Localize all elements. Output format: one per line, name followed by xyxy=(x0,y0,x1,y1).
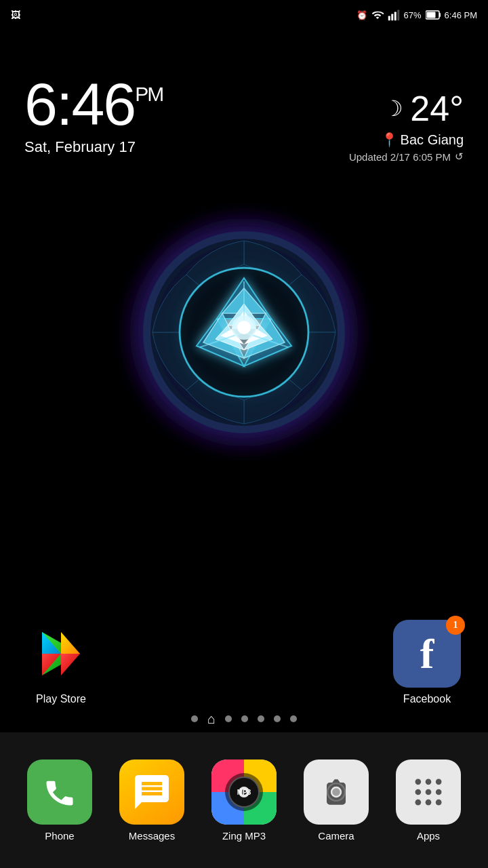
status-bar: 🖼 ⏰ 67% 6:46 PM xyxy=(0,0,488,30)
playstore-label: Play Store xyxy=(36,693,86,705)
facebook-badge: 1 xyxy=(446,616,465,635)
clock-time: 6:46PM xyxy=(24,75,163,134)
wifi-icon xyxy=(371,9,384,21)
playstore-icon[interactable] xyxy=(27,620,95,688)
dock-item-phone[interactable]: Phone xyxy=(27,760,92,842)
svg-point-44 xyxy=(415,778,422,785)
battery-text: 67% xyxy=(404,10,422,20)
messages-label: Messages xyxy=(129,830,175,842)
camera-label: Camera xyxy=(318,830,354,842)
clock-widget: 6:46PM Sat, February 17 xyxy=(24,75,163,156)
svg-point-43 xyxy=(332,788,340,796)
page-dot-home: ⌂ xyxy=(207,712,216,726)
svg-point-50 xyxy=(415,799,422,805)
svg-point-46 xyxy=(436,778,442,785)
apps-icon[interactable] xyxy=(396,760,461,825)
camera-icon[interactable] xyxy=(304,760,369,825)
home-app-playstore[interactable]: Play Store xyxy=(27,620,95,705)
svg-rect-26 xyxy=(397,10,399,21)
phone-label: Phone xyxy=(45,830,74,842)
facebook-label: Facebook xyxy=(403,693,451,705)
messages-icon[interactable] xyxy=(119,760,184,825)
svg-rect-24 xyxy=(391,14,393,21)
svg-text:MP3: MP3 xyxy=(237,789,251,796)
weather-widget: ☽ 24° 📍 Bac Giang Updated 2/17 6:05 PM ↺ xyxy=(349,88,464,163)
alarm-icon: ⏰ xyxy=(357,10,367,20)
weather-updated: Updated 2/17 6:05 PM ↺ xyxy=(349,151,464,163)
refresh-icon: ↺ xyxy=(455,151,464,163)
home-app-facebook[interactable]: f 1 Facebook xyxy=(393,620,461,705)
status-time: 6:46 PM xyxy=(445,10,477,20)
zingmp3-icon[interactable]: MP3 xyxy=(211,760,277,825)
svg-point-52 xyxy=(436,799,442,805)
page-dot-3 xyxy=(225,715,232,722)
apps-label: Apps xyxy=(417,830,440,842)
page-dot-7 xyxy=(290,715,297,722)
home-apps-row: Play Store f 1 Facebook xyxy=(0,620,488,705)
phone-icon[interactable] xyxy=(27,760,92,825)
dock-item-zingmp3[interactable]: MP3 Zing MP3 xyxy=(211,760,277,842)
svg-point-49 xyxy=(436,789,442,795)
signal-icon xyxy=(388,9,400,21)
battery-icon xyxy=(426,10,441,20)
facebook-icon[interactable]: f 1 xyxy=(393,620,461,688)
page-dot-6 xyxy=(274,715,281,722)
clock-date: Sat, February 17 xyxy=(24,138,163,156)
svg-point-22 xyxy=(237,321,251,334)
dock: Phone Messages xyxy=(0,732,488,868)
status-bar-left: 🖼 xyxy=(11,9,20,20)
svg-point-51 xyxy=(426,799,432,805)
svg-marker-33 xyxy=(61,632,80,654)
svg-point-47 xyxy=(415,789,422,795)
svg-point-45 xyxy=(426,778,432,785)
location-pin-icon: 📍 xyxy=(381,132,398,148)
page-dot-4 xyxy=(241,715,248,722)
page-dot-5 xyxy=(258,715,264,722)
arc-reactor-wallpaper xyxy=(115,203,373,461)
image-icon: 🖼 xyxy=(11,9,20,20)
page-indicators: ⌂ xyxy=(0,712,488,726)
dock-item-apps[interactable]: Apps xyxy=(396,760,461,842)
weather-temp: ☽ 24° xyxy=(349,88,464,129)
svg-rect-25 xyxy=(394,12,396,21)
moon-icon: ☽ xyxy=(384,96,403,121)
zingmp3-label: Zing MP3 xyxy=(222,830,266,842)
svg-rect-29 xyxy=(426,12,435,18)
svg-marker-34 xyxy=(61,654,80,675)
page-dot-1 xyxy=(191,715,198,722)
svg-rect-28 xyxy=(439,13,441,17)
svg-rect-23 xyxy=(388,16,390,21)
dock-item-camera[interactable]: Camera xyxy=(304,760,369,842)
status-bar-right: ⏰ 67% 6:46 PM xyxy=(357,9,477,21)
dock-item-messages[interactable]: Messages xyxy=(119,760,184,842)
svg-point-48 xyxy=(426,789,432,795)
weather-location: 📍 Bac Giang xyxy=(349,132,464,148)
